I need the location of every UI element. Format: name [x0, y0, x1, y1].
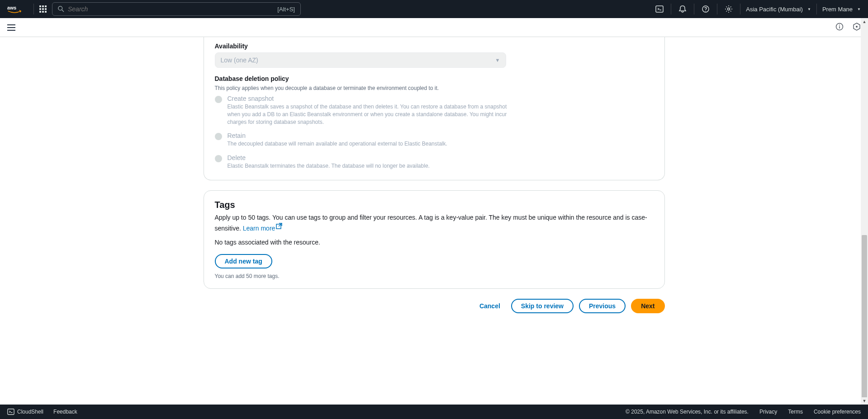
chevron-down-icon: ▼: [495, 57, 500, 63]
search-icon: [58, 6, 64, 12]
next-button[interactable]: Next: [631, 299, 664, 313]
add-new-tag-button[interactable]: Add new tag: [215, 254, 272, 268]
svg-rect-8: [42, 11, 44, 13]
svg-text:aws: aws: [7, 5, 16, 10]
svg-rect-6: [45, 8, 47, 10]
info-icon[interactable]: [835, 23, 844, 32]
region-selector[interactable]: Asia Pacific (Mumbai): [746, 6, 811, 13]
svg-line-23: [279, 223, 282, 226]
svg-line-11: [62, 10, 64, 12]
wizard-actions: Cancel Skip to review Previous Next: [204, 299, 665, 313]
availability-label: Availability: [215, 42, 654, 50]
services-grid-icon[interactable]: [39, 5, 47, 13]
cancel-button[interactable]: Cancel: [474, 300, 506, 312]
radio-retain: Retain The decoupled database will remai…: [215, 132, 654, 148]
db-deletion-label: Database deletion policy: [215, 75, 654, 82]
settings-icon[interactable]: [723, 5, 735, 13]
divider: [33, 4, 34, 14]
svg-rect-4: [39, 8, 41, 10]
tags-desc: Apply up to 50 tags. You can use tags to…: [215, 213, 654, 233]
cloudshell-header-icon[interactable]: [654, 5, 665, 13]
previous-button[interactable]: Previous: [579, 299, 626, 313]
radio-icon: [215, 133, 222, 140]
radio-icon: [215, 96, 222, 103]
tags-title: Tags: [215, 200, 654, 210]
top-header: aws [Alt+S] Asia Pacific (Mumbai) Prem M…: [0, 0, 868, 18]
search-box[interactable]: [Alt+S]: [52, 2, 301, 16]
scrollbar[interactable]: ▲ ▼: [861, 18, 868, 405]
database-panel: Availability Low (one AZ) ▼ Database del…: [204, 37, 665, 180]
svg-point-18: [839, 25, 840, 26]
account-menu[interactable]: Prem Mane: [822, 6, 861, 13]
search-input[interactable]: [68, 5, 277, 13]
learn-more-link[interactable]: Learn more: [243, 225, 283, 232]
svg-point-10: [58, 6, 62, 10]
sub-header: [0, 18, 868, 37]
radio-create-snapshot: Create snapshot Elastic Beanstalk saves …: [215, 95, 654, 126]
availability-select: Low (one AZ) ▼: [215, 52, 506, 68]
scroll-down-icon[interactable]: ▼: [861, 397, 868, 405]
radio-desc: Elastic Beanstalk saves a snapshot of th…: [228, 103, 508, 126]
svg-rect-3: [45, 5, 47, 7]
svg-rect-9: [45, 11, 47, 13]
svg-point-21: [856, 26, 858, 28]
svg-rect-1: [39, 5, 41, 7]
no-tags-text: No tags associated with the resource.: [215, 239, 654, 246]
radio-delete: Delete Elastic Beanstalk terminates the …: [215, 154, 654, 170]
side-nav-toggle-icon[interactable]: [7, 24, 15, 31]
radio-title: Create snapshot: [228, 95, 654, 102]
tags-hint: You can add 50 more tags.: [215, 273, 654, 279]
help-icon[interactable]: [700, 5, 711, 13]
radio-title: Delete: [228, 154, 654, 161]
svg-point-16: [728, 8, 730, 10]
aws-logo[interactable]: aws: [7, 5, 22, 14]
skip-to-review-button[interactable]: Skip to review: [511, 299, 574, 313]
db-deletion-desc: This policy applies when you decouple a …: [215, 85, 654, 91]
scroll-up-icon[interactable]: ▲: [861, 18, 868, 25]
notifications-icon[interactable]: [677, 5, 688, 13]
svg-rect-2: [42, 5, 44, 7]
availability-value: Low (one AZ): [221, 56, 258, 64]
svg-rect-7: [39, 11, 41, 13]
search-shortcut: [Alt+S]: [277, 6, 295, 13]
tags-panel: Tags Apply up to 50 tags. You can use ta…: [204, 190, 665, 289]
scroll-thumb[interactable]: [862, 235, 867, 398]
radio-desc: The decoupled database will remain avail…: [228, 140, 508, 148]
svg-point-15: [705, 11, 706, 12]
external-link-icon: [276, 222, 282, 232]
hex-icon[interactable]: [853, 23, 861, 32]
radio-icon: [215, 155, 222, 162]
radio-title: Retain: [228, 132, 654, 139]
radio-desc: Elastic Beanstalk terminates the databas…: [228, 162, 508, 170]
svg-rect-5: [42, 8, 44, 10]
